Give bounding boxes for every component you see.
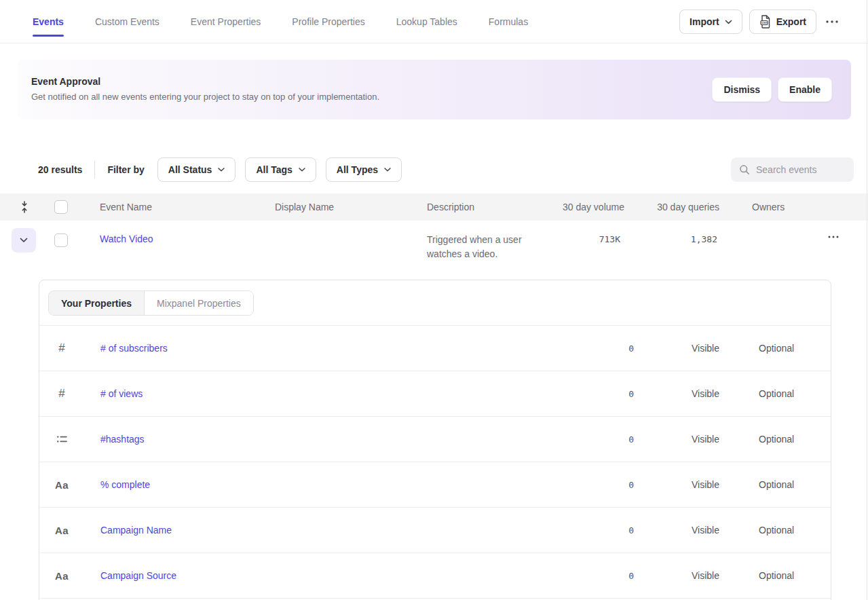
banner-title: Event Approval [31, 76, 100, 87]
tab-custom-events-label: Custom Events [95, 16, 159, 27]
column-header-owners: Owners [752, 193, 785, 221]
nav-tab-bar: Events Custom Events Event Properties Pr… [33, 0, 528, 43]
row-checkbox[interactable] [54, 233, 68, 247]
chevron-down-icon [299, 168, 305, 172]
property-name-link[interactable]: % complete [100, 479, 150, 490]
tab-lookup-tables[interactable]: Lookup Tables [396, 0, 457, 43]
properties-tab-bar: Your Properties Mixpanel Properties [39, 280, 831, 326]
tab-formulas[interactable]: Formulas [489, 0, 528, 43]
property-requirement: Optional [759, 343, 794, 354]
number-type-icon: # [53, 341, 71, 355]
status-filter-label: All Status [168, 164, 212, 175]
tab-profile-properties[interactable]: Profile Properties [292, 0, 364, 43]
tab-events[interactable]: Events [33, 0, 64, 43]
tab-event-properties-label: Event Properties [191, 16, 261, 27]
events-table-header: Event Name Display Name Description 30 d… [0, 193, 868, 221]
property-visibility: Visible [692, 525, 719, 536]
column-header-volume: 30 day volume [536, 193, 624, 221]
tab-formulas-label: Formulas [489, 16, 528, 27]
import-button-label: Import [690, 16, 719, 27]
property-visibility: Visible [692, 479, 719, 490]
property-name-link[interactable]: Campaign Name [100, 525, 172, 536]
event-name-link[interactable]: Watch Video [100, 233, 153, 244]
property-queries-value: 0 [566, 389, 634, 399]
tab-event-properties[interactable]: Event Properties [191, 0, 261, 43]
export-button-label: Export [776, 16, 806, 27]
property-row: Aa % complete 0 Visible Optional [39, 462, 831, 508]
row-menu-button[interactable] [823, 227, 844, 247]
property-queries-value: 0 [566, 343, 634, 354]
divider [94, 161, 95, 179]
event-description: Triggered when a user watches a video. [427, 233, 537, 261]
tags-filter-label: All Tags [256, 164, 292, 175]
ellipsis-icon [826, 20, 838, 23]
text-type-icon: Aa [53, 479, 71, 491]
properties-segmented-control: Your Properties Mixpanel Properties [48, 290, 254, 316]
ellipsis-icon [828, 236, 839, 238]
select-all-checkbox[interactable] [54, 200, 68, 214]
property-queries-value: 0 [566, 525, 634, 536]
filter-by-label: Filter by [107, 164, 144, 175]
property-name-link[interactable]: # of views [100, 388, 143, 399]
search-icon [739, 164, 750, 175]
types-filter-label: All Types [337, 164, 378, 175]
property-visibility: Visible [692, 388, 719, 399]
search-input[interactable] [756, 164, 846, 175]
results-count: 20 results [38, 164, 82, 175]
export-button[interactable]: csv Export [749, 10, 816, 34]
text-type-icon: Aa [53, 570, 71, 582]
column-header-display-name: Display Name [275, 193, 334, 221]
banner-actions: Dismiss Enable [712, 77, 832, 102]
nav-actions: Import csv Export [679, 10, 841, 34]
property-row: # # of subscribers 0 Visible Optional [39, 326, 831, 371]
chevron-down-icon [218, 168, 225, 172]
types-filter-dropdown[interactable]: All Types [326, 157, 402, 182]
column-header-description: Description [427, 193, 474, 221]
text-type-icon: Aa [53, 525, 71, 536]
more-actions-button[interactable] [823, 10, 841, 34]
top-nav: Events Custom Events Event Properties Pr… [0, 0, 868, 43]
event-queries-value: 1,382 [631, 234, 717, 244]
collapse-rows-icon [19, 201, 30, 213]
active-tab-underline [33, 35, 64, 37]
property-requirement: Optional [759, 434, 794, 445]
table-row-watch-video: Watch Video Triggered when a user watche… [0, 221, 868, 278]
csv-file-icon: csv [759, 15, 771, 29]
property-row: Aa Campaign Source 0 Visible Optional [39, 553, 831, 599]
property-name-link[interactable]: Campaign Source [100, 570, 176, 581]
tab-mixpanel-properties[interactable]: Mixpanel Properties [145, 291, 253, 315]
chevron-down-icon [725, 20, 732, 24]
search-box [731, 157, 854, 182]
property-row: Aa Campaign Name 0 Visible Optional [39, 508, 831, 553]
enable-button[interactable]: Enable [778, 77, 832, 102]
property-name-link[interactable]: # of subscribers [100, 343, 168, 354]
tab-your-properties[interactable]: Your Properties [49, 291, 145, 315]
event-approval-banner: Event Approval Get notified on all new e… [18, 60, 851, 119]
property-visibility: Visible [692, 343, 719, 354]
list-type-icon [53, 434, 71, 445]
import-button[interactable]: Import [679, 10, 742, 34]
tab-profile-properties-label: Profile Properties [292, 16, 364, 27]
property-requirement: Optional [759, 570, 794, 581]
property-queries-value: 0 [566, 480, 634, 490]
property-visibility: Visible [692, 570, 719, 581]
chevron-down-icon [384, 168, 391, 172]
collapse-row-button[interactable] [12, 228, 36, 252]
tab-lookup-tables-label: Lookup Tables [396, 16, 457, 27]
property-requirement: Optional [759, 388, 794, 399]
collapse-all-button[interactable] [18, 200, 31, 214]
banner-subtitle: Get notified on all new events entering … [31, 92, 379, 102]
column-header-event-name: Event Name [100, 193, 152, 221]
property-name-link[interactable]: #hashtags [100, 434, 145, 445]
chevron-down-icon [20, 238, 28, 243]
tags-filter-dropdown[interactable]: All Tags [245, 157, 316, 182]
status-filter-dropdown[interactable]: All Status [157, 157, 236, 182]
event-volume-value: 713K [536, 234, 620, 244]
column-header-queries: 30 day queries [631, 193, 719, 221]
event-properties-panel: Your Properties Mixpanel Properties # # … [39, 280, 831, 600]
dismiss-button[interactable]: Dismiss [712, 77, 772, 102]
window-right-edge [867, 0, 867, 600]
number-type-icon: # [53, 387, 71, 400]
property-requirement: Optional [759, 479, 794, 490]
tab-custom-events[interactable]: Custom Events [95, 0, 159, 43]
